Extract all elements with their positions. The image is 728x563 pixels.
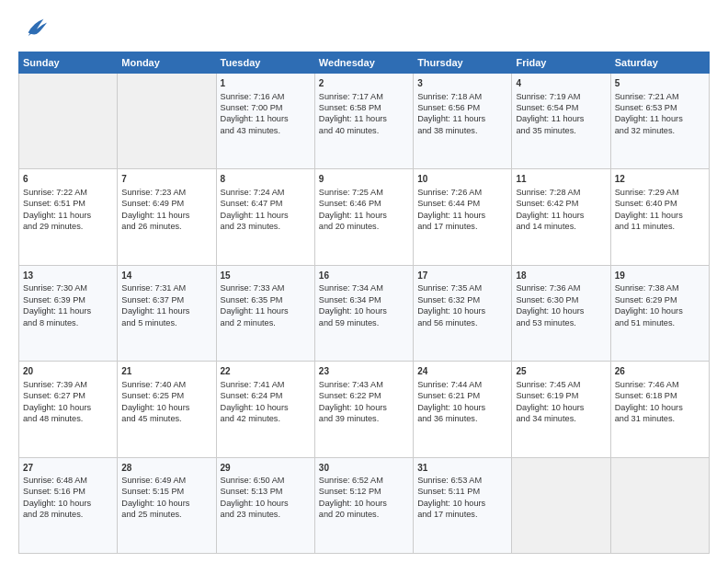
day-info-line: Sunset: 6:32 PM xyxy=(417,294,507,305)
day-info-line: Sunrise: 7:38 AM xyxy=(615,282,705,293)
day-number: 20 xyxy=(23,365,113,378)
day-info-line: and 40 minutes. xyxy=(319,125,409,136)
day-info-line: Daylight: 11 hours xyxy=(121,210,211,221)
day-info-line: Daylight: 11 hours xyxy=(23,305,113,316)
day-info-line: Sunset: 6:24 PM xyxy=(221,390,311,401)
day-info-line: Daylight: 11 hours xyxy=(417,210,507,221)
calendar-cell: 13Sunrise: 7:30 AMSunset: 6:39 PMDayligh… xyxy=(19,265,118,361)
day-info-line: and 8 minutes. xyxy=(23,317,113,328)
day-info-line: and 45 minutes. xyxy=(121,413,211,424)
day-info-line: Sunrise: 7:19 AM xyxy=(516,91,606,102)
calendar-cell: 24Sunrise: 7:44 AMSunset: 6:21 PMDayligh… xyxy=(414,362,512,457)
day-number: 23 xyxy=(319,365,409,378)
day-info-line: Sunset: 6:46 PM xyxy=(319,198,409,209)
day-info-line: Sunset: 6:51 PM xyxy=(23,198,113,209)
calendar-cell: 4Sunrise: 7:19 AMSunset: 6:54 PMDaylight… xyxy=(512,74,610,169)
day-info-line: and 39 minutes. xyxy=(319,413,409,424)
day-info-line: Sunset: 6:25 PM xyxy=(121,390,211,401)
calendar-cell: 3Sunrise: 7:18 AMSunset: 6:56 PMDaylight… xyxy=(414,74,512,169)
calendar-week-row: 1Sunrise: 7:16 AMSunset: 7:00 PMDaylight… xyxy=(19,74,710,169)
calendar-cell: 20Sunrise: 7:39 AMSunset: 6:27 PMDayligh… xyxy=(19,362,118,457)
day-info-line: Daylight: 10 hours xyxy=(23,498,113,509)
day-info-line: Sunset: 6:37 PM xyxy=(121,294,211,305)
day-info-line: Sunrise: 6:49 AM xyxy=(121,475,211,486)
day-info-line: Daylight: 11 hours xyxy=(319,113,409,124)
day-info-line: Sunset: 6:47 PM xyxy=(221,198,311,209)
day-info-line: and 2 minutes. xyxy=(221,317,311,328)
calendar-cell: 6Sunrise: 7:22 AMSunset: 6:51 PMDaylight… xyxy=(19,169,118,265)
day-info-line: Sunrise: 7:43 AM xyxy=(319,379,409,390)
header xyxy=(18,17,710,44)
calendar-cell: 23Sunrise: 7:43 AMSunset: 6:22 PMDayligh… xyxy=(314,362,413,457)
day-info-line: Daylight: 10 hours xyxy=(417,498,507,509)
day-info-line: and 23 minutes. xyxy=(221,509,311,520)
calendar-cell: 17Sunrise: 7:35 AMSunset: 6:32 PMDayligh… xyxy=(414,265,512,361)
day-number: 25 xyxy=(516,365,606,378)
calendar-cell: 1Sunrise: 7:16 AMSunset: 7:00 PMDaylight… xyxy=(216,74,314,169)
day-info-line: Daylight: 11 hours xyxy=(121,305,211,316)
day-number: 6 xyxy=(23,173,113,186)
day-info-line: Sunrise: 7:25 AM xyxy=(319,187,409,198)
calendar-cell: 12Sunrise: 7:29 AMSunset: 6:40 PMDayligh… xyxy=(610,169,709,265)
day-info-line: and 29 minutes. xyxy=(23,221,113,232)
day-info-line: Sunrise: 7:35 AM xyxy=(417,282,507,293)
day-info-line: Sunrise: 7:18 AM xyxy=(417,91,507,102)
day-info-line: Sunset: 5:16 PM xyxy=(23,486,113,497)
calendar-cell xyxy=(118,74,216,169)
day-number: 16 xyxy=(319,270,409,282)
day-info-line: and 11 minutes. xyxy=(615,221,705,232)
day-info-line: Sunrise: 7:23 AM xyxy=(121,187,211,198)
day-info-line: Sunset: 6:49 PM xyxy=(121,198,211,209)
day-info-line: Sunrise: 7:36 AM xyxy=(516,282,606,293)
calendar-cell: 18Sunrise: 7:36 AMSunset: 6:30 PMDayligh… xyxy=(512,265,610,361)
day-info-line: Sunrise: 6:50 AM xyxy=(221,475,311,486)
day-info-line: Sunrise: 6:52 AM xyxy=(319,475,409,486)
calendar-cell: 2Sunrise: 7:17 AMSunset: 6:58 PMDaylight… xyxy=(314,74,413,169)
day-number: 4 xyxy=(516,77,606,90)
day-info-line: and 25 minutes. xyxy=(121,509,211,520)
day-number: 14 xyxy=(121,270,211,282)
day-info-line: Daylight: 10 hours xyxy=(121,498,211,509)
day-number: 30 xyxy=(319,462,409,475)
day-number: 3 xyxy=(417,77,507,90)
calendar-week-row: 6Sunrise: 7:22 AMSunset: 6:51 PMDaylight… xyxy=(19,169,710,265)
day-info-line: Daylight: 11 hours xyxy=(221,210,311,221)
day-info-line: and 51 minutes. xyxy=(615,317,705,328)
day-number: 2 xyxy=(319,77,409,90)
day-number: 11 xyxy=(516,173,606,186)
day-number: 17 xyxy=(417,270,507,282)
day-info-line: Daylight: 11 hours xyxy=(417,113,507,124)
day-info-line: Sunset: 6:22 PM xyxy=(319,390,409,401)
calendar-cell: 29Sunrise: 6:50 AMSunset: 5:13 PMDayligh… xyxy=(216,457,314,553)
day-info-line: Sunrise: 7:33 AM xyxy=(221,282,311,293)
day-info-line: Daylight: 10 hours xyxy=(417,305,507,316)
day-info-line: Daylight: 11 hours xyxy=(615,210,705,221)
calendar-cell: 19Sunrise: 7:38 AMSunset: 6:29 PMDayligh… xyxy=(610,265,709,361)
day-number: 31 xyxy=(417,462,507,475)
calendar-cell: 25Sunrise: 7:45 AMSunset: 6:19 PMDayligh… xyxy=(512,362,610,457)
day-info-line: and 36 minutes. xyxy=(417,413,507,424)
day-number: 13 xyxy=(23,270,113,282)
day-info-line: Daylight: 10 hours xyxy=(615,305,705,316)
day-info-line: Sunrise: 7:31 AM xyxy=(121,282,211,293)
day-info-line: Sunset: 6:56 PM xyxy=(417,102,507,113)
day-number: 5 xyxy=(615,77,705,90)
day-info-line: Daylight: 10 hours xyxy=(319,498,409,509)
calendar-cell: 28Sunrise: 6:49 AMSunset: 5:15 PMDayligh… xyxy=(118,457,216,553)
day-info-line: and 17 minutes. xyxy=(417,221,507,232)
day-number: 28 xyxy=(121,462,211,475)
day-info-line: Daylight: 11 hours xyxy=(221,113,311,124)
calendar-cell: 7Sunrise: 7:23 AMSunset: 6:49 PMDaylight… xyxy=(118,169,216,265)
day-header-friday: Friday xyxy=(512,52,610,74)
calendar-cell: 15Sunrise: 7:33 AMSunset: 6:35 PMDayligh… xyxy=(216,265,314,361)
calendar-cell: 16Sunrise: 7:34 AMSunset: 6:34 PMDayligh… xyxy=(314,265,413,361)
day-info-line: Daylight: 10 hours xyxy=(23,402,113,413)
day-info-line: Sunset: 5:11 PM xyxy=(417,486,507,497)
day-number: 22 xyxy=(221,365,311,378)
day-number: 8 xyxy=(221,173,311,186)
day-info-line: Sunrise: 7:30 AM xyxy=(23,282,113,293)
day-info-line: and 59 minutes. xyxy=(319,317,409,328)
logo xyxy=(18,17,49,44)
day-number: 19 xyxy=(615,270,705,282)
day-info-line: Daylight: 10 hours xyxy=(121,402,211,413)
